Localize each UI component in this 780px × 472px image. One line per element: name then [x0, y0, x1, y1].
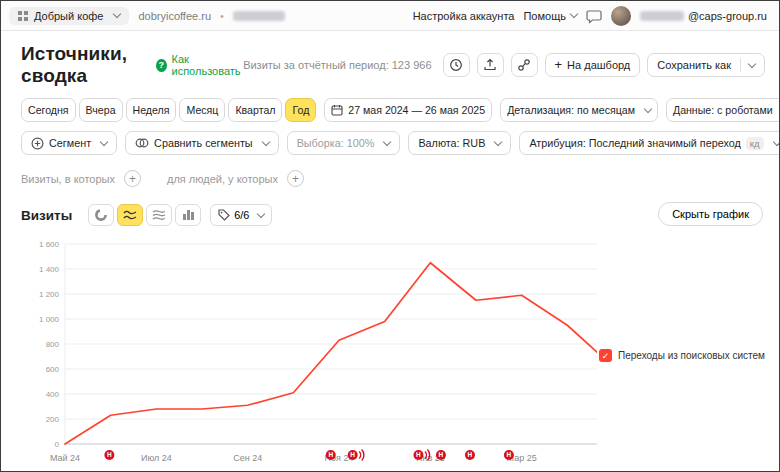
legend-item[interactable]: ✓ Переходы из поисковых систем: [599, 349, 765, 362]
chevron-down-icon: [772, 137, 780, 145]
share-icon: [517, 58, 531, 72]
line-chart-icon: [123, 209, 137, 221]
preset-quarter[interactable]: Квартал: [228, 98, 282, 122]
hide-chart-button[interactable]: Скрыть график: [658, 202, 763, 226]
avatar[interactable]: [611, 6, 631, 26]
preset-month[interactable]: Месяц: [179, 98, 225, 122]
period-bar: Сегодня Вчера Неделя Месяц Квартал Год 2…: [21, 98, 765, 122]
svg-text:Май 24: Май 24: [50, 453, 80, 463]
how-to-use-label: Как использовать: [172, 53, 244, 77]
sampling-select[interactable]: Выборка: 100%: [287, 131, 401, 155]
counter-domain[interactable]: dobryicoffee.ru: [138, 10, 211, 22]
save-as-button[interactable]: Сохранить как: [647, 53, 765, 77]
filter-bar: Сегмент Сравнить сегменты Выборка: 100% …: [21, 131, 765, 155]
plus-circle-icon: [31, 137, 44, 150]
svg-text:200: 200: [46, 415, 60, 424]
svg-text:1 000: 1 000: [39, 315, 60, 324]
chart-header: Визиты 6/6 Скрыть график: [21, 204, 765, 226]
report-header: Источники, сводка ? Как использовать Виз…: [21, 43, 765, 87]
separator-dot: •: [220, 10, 224, 22]
legend-label: Переходы из поисковых систем: [618, 350, 765, 361]
counter-name: Добрый кофе: [34, 10, 103, 22]
schedule-button[interactable]: [443, 53, 470, 77]
for-people-label: для людей, у которых: [167, 173, 278, 185]
help-menu[interactable]: Помощь: [523, 10, 577, 22]
area-chart-icon: [152, 209, 166, 221]
svg-text:Июл 24: Июл 24: [141, 453, 172, 463]
svg-text:Н: Н: [507, 451, 512, 458]
svg-text:Н: Н: [350, 451, 355, 458]
chat-icon[interactable]: [586, 8, 602, 24]
legend-checkbox[interactable]: ✓: [599, 349, 612, 362]
compare-segments-button[interactable]: Сравнить сегменты: [125, 131, 279, 155]
svg-text:Сен 24: Сен 24: [233, 453, 262, 463]
svg-text:1 600: 1 600: [39, 240, 60, 249]
svg-text:Н: Н: [439, 451, 444, 458]
line-chart-button[interactable]: [117, 204, 143, 226]
metrics-selector-button[interactable]: 6/6: [210, 204, 272, 226]
segment-button[interactable]: Сегмент: [21, 131, 117, 155]
topbar-right: Настройка аккаунта Помощь @caps-group.ru: [413, 6, 767, 26]
chart-title: Визиты: [21, 208, 72, 223]
add-user-condition-button[interactable]: +: [287, 170, 304, 187]
topbar-left: Добрый кофе dobryicoffee.ru •: [9, 7, 285, 25]
how-to-use-link[interactable]: ? Как использовать: [156, 53, 243, 77]
svg-text:Н: Н: [107, 451, 112, 458]
svg-text:1 400: 1 400: [39, 265, 60, 274]
svg-text:1 200: 1 200: [39, 290, 60, 299]
how-to-use-icon: ?: [156, 59, 166, 72]
data-mode-select[interactable]: Данные: с роботами: [666, 98, 780, 122]
add-visit-condition-button[interactable]: +: [124, 170, 141, 187]
calendar-icon: [331, 104, 343, 116]
chart-area: 02004006008001 0001 2001 4001 600Май 24И…: [21, 230, 765, 472]
svg-text:Н: Н: [328, 451, 333, 458]
series-line[interactable]: [65, 263, 597, 444]
report-page: Источники, сводка ? Как использовать Виз…: [1, 31, 779, 472]
svg-text:Н: Н: [468, 451, 473, 458]
export-button[interactable]: [477, 53, 504, 77]
date-range-button[interactable]: 27 мая 2024 — 26 мая 2025: [324, 98, 492, 122]
preset-today[interactable]: Сегодня: [21, 98, 76, 122]
donut-chart-icon: [94, 208, 108, 222]
account-settings-link[interactable]: Настройка аккаунта: [413, 10, 515, 22]
counter-selector[interactable]: Добрый кофе: [9, 7, 129, 25]
chevron-down-icon: [748, 59, 756, 67]
svg-text:800: 800: [46, 340, 60, 349]
currency-select[interactable]: Валюта: RUB: [408, 131, 511, 155]
add-to-dashboard-button[interactable]: + На дашборд: [545, 53, 641, 77]
svg-text:600: 600: [46, 365, 60, 374]
chevron-down-icon: [644, 104, 652, 112]
chevron-down-icon: [257, 209, 265, 217]
svg-text:400: 400: [46, 390, 60, 399]
chevron-down-icon: [100, 137, 108, 145]
share-button[interactable]: [511, 53, 538, 77]
detalization-select[interactable]: Детализация: по месяцам: [500, 98, 658, 122]
email-domain: @caps-group.ru: [688, 10, 767, 22]
tag-icon: [218, 209, 230, 221]
clock-icon: [449, 58, 463, 72]
donut-chart-button[interactable]: [88, 204, 114, 226]
page-title: Источники, сводка: [21, 43, 144, 87]
user-email[interactable]: @caps-group.ru: [640, 10, 767, 22]
counter-id-redacted: [233, 11, 285, 21]
topbar: Добрый кофе dobryicoffee.ru • Настройка …: [1, 1, 779, 31]
preset-week[interactable]: Неделя: [126, 98, 177, 122]
columns-chart-icon: [182, 209, 195, 221]
email-redacted: [640, 11, 684, 21]
date-range-label: 27 мая 2024 — 26 мая 2025: [348, 104, 485, 116]
chevron-down-icon: [113, 10, 121, 18]
chevron-down-icon: [261, 137, 269, 145]
svg-text:0: 0: [55, 440, 60, 449]
counter-grid-icon: [18, 11, 28, 21]
area-chart-button[interactable]: [146, 204, 172, 226]
chart-type-switcher: 6/6: [88, 204, 272, 226]
chevron-down-icon: [494, 137, 502, 145]
chart-legend: ✓ Переходы из поисковых систем: [599, 348, 765, 363]
chevron-down-icon: [383, 137, 391, 145]
preset-yesterday[interactable]: Вчера: [79, 98, 123, 122]
columns-chart-button[interactable]: [175, 204, 201, 226]
attribution-select[interactable]: Атрибуция: Последний значимый переход кд: [519, 131, 780, 155]
preset-year[interactable]: Год: [285, 98, 316, 122]
svg-text:Н: Н: [416, 451, 421, 458]
attribution-badge: кд: [746, 137, 764, 150]
